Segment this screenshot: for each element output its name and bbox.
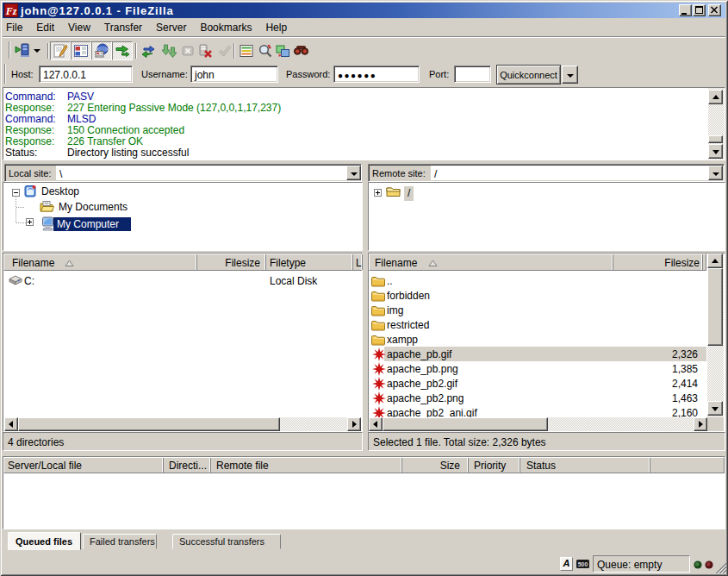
svg-text:500: 500	[578, 561, 588, 567]
svg-text:Fz: Fz	[5, 5, 17, 17]
